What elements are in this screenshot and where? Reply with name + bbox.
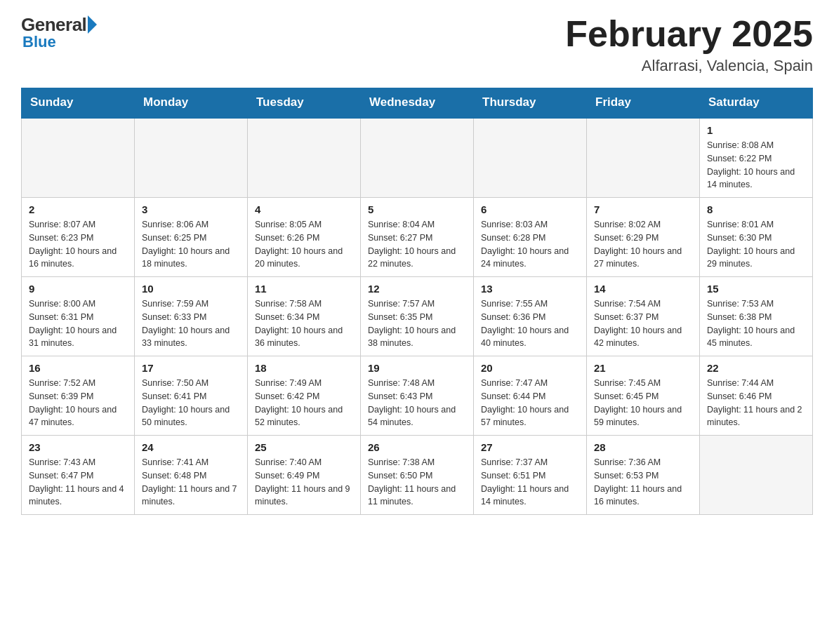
calendar-day-cell: 27Sunrise: 7:37 AMSunset: 6:51 PMDayligh… xyxy=(474,436,587,515)
calendar-day-cell: 21Sunrise: 7:45 AMSunset: 6:45 PMDayligh… xyxy=(587,356,700,436)
weekday-header-wednesday: Wednesday xyxy=(361,88,474,118)
calendar-day-cell: 7Sunrise: 8:02 AMSunset: 6:29 PMDaylight… xyxy=(587,198,700,277)
day-number: 20 xyxy=(481,362,579,374)
day-number: 9 xyxy=(29,283,127,295)
day-number: 7 xyxy=(594,203,692,215)
day-info: Sunrise: 8:08 AMSunset: 6:22 PMDaylight:… xyxy=(707,139,805,192)
day-info: Sunrise: 7:38 AMSunset: 6:50 PMDaylight:… xyxy=(368,456,466,509)
day-info: Sunrise: 7:37 AMSunset: 6:51 PMDaylight:… xyxy=(481,456,579,509)
calendar-day-cell xyxy=(248,118,361,198)
day-number: 21 xyxy=(594,362,692,374)
calendar-day-cell: 8Sunrise: 8:01 AMSunset: 6:30 PMDaylight… xyxy=(700,198,813,277)
day-info: Sunrise: 7:44 AMSunset: 6:46 PMDaylight:… xyxy=(707,377,805,429)
title-block: February 2025 Alfarrasi, Valencia, Spain xyxy=(565,14,813,75)
weekday-header-row: SundayMondayTuesdayWednesdayThursdayFrid… xyxy=(22,88,813,118)
day-number: 25 xyxy=(255,441,353,453)
logo-blue-text: Blue xyxy=(22,33,56,51)
page-header: General Blue February 2025 Alfarrasi, Va… xyxy=(21,14,813,75)
day-info: Sunrise: 7:41 AMSunset: 6:48 PMDaylight:… xyxy=(142,456,240,509)
calendar-day-cell: 17Sunrise: 7:50 AMSunset: 6:41 PMDayligh… xyxy=(135,356,248,436)
day-number: 17 xyxy=(142,362,240,374)
day-number: 5 xyxy=(368,203,466,215)
day-info: Sunrise: 8:00 AMSunset: 6:31 PMDaylight:… xyxy=(29,297,127,350)
calendar-day-cell: 3Sunrise: 8:06 AMSunset: 6:25 PMDaylight… xyxy=(135,198,248,277)
calendar-day-cell xyxy=(22,118,135,198)
day-info: Sunrise: 7:59 AMSunset: 6:33 PMDaylight:… xyxy=(142,297,240,350)
day-info: Sunrise: 8:01 AMSunset: 6:30 PMDaylight:… xyxy=(707,218,805,271)
calendar-day-cell: 13Sunrise: 7:55 AMSunset: 6:36 PMDayligh… xyxy=(474,277,587,356)
calendar-day-cell: 22Sunrise: 7:44 AMSunset: 6:46 PMDayligh… xyxy=(700,356,813,436)
calendar-day-cell: 28Sunrise: 7:36 AMSunset: 6:53 PMDayligh… xyxy=(587,436,700,515)
calendar-week-row: 23Sunrise: 7:43 AMSunset: 6:47 PMDayligh… xyxy=(22,436,813,515)
calendar-day-cell: 4Sunrise: 8:05 AMSunset: 6:26 PMDaylight… xyxy=(248,198,361,277)
day-info: Sunrise: 7:54 AMSunset: 6:37 PMDaylight:… xyxy=(594,297,692,350)
day-info: Sunrise: 7:45 AMSunset: 6:45 PMDaylight:… xyxy=(594,377,692,429)
day-number: 26 xyxy=(368,441,466,453)
calendar-day-cell: 26Sunrise: 7:38 AMSunset: 6:50 PMDayligh… xyxy=(361,436,474,515)
calendar-day-cell: 20Sunrise: 7:47 AMSunset: 6:44 PMDayligh… xyxy=(474,356,587,436)
day-info: Sunrise: 7:53 AMSunset: 6:38 PMDaylight:… xyxy=(707,297,805,350)
weekday-header-tuesday: Tuesday xyxy=(248,88,361,118)
day-info: Sunrise: 8:07 AMSunset: 6:23 PMDaylight:… xyxy=(29,218,127,271)
day-number: 8 xyxy=(707,203,805,215)
weekday-header-friday: Friday xyxy=(587,88,700,118)
logo: General Blue xyxy=(21,14,97,51)
location-title: Alfarrasi, Valencia, Spain xyxy=(565,57,813,75)
weekday-header-monday: Monday xyxy=(135,88,248,118)
calendar-day-cell: 11Sunrise: 7:58 AMSunset: 6:34 PMDayligh… xyxy=(248,277,361,356)
day-number: 28 xyxy=(594,441,692,453)
day-info: Sunrise: 7:43 AMSunset: 6:47 PMDaylight:… xyxy=(29,456,127,509)
calendar-day-cell: 10Sunrise: 7:59 AMSunset: 6:33 PMDayligh… xyxy=(135,277,248,356)
day-number: 23 xyxy=(29,441,127,453)
day-info: Sunrise: 7:47 AMSunset: 6:44 PMDaylight:… xyxy=(481,377,579,429)
calendar-day-cell: 15Sunrise: 7:53 AMSunset: 6:38 PMDayligh… xyxy=(700,277,813,356)
day-info: Sunrise: 7:48 AMSunset: 6:43 PMDaylight:… xyxy=(368,377,466,429)
calendar-day-cell: 16Sunrise: 7:52 AMSunset: 6:39 PMDayligh… xyxy=(22,356,135,436)
day-number: 14 xyxy=(594,283,692,295)
day-number: 10 xyxy=(142,283,240,295)
day-number: 18 xyxy=(255,362,353,374)
day-number: 6 xyxy=(481,203,579,215)
weekday-header-thursday: Thursday xyxy=(474,88,587,118)
calendar-day-cell: 24Sunrise: 7:41 AMSunset: 6:48 PMDayligh… xyxy=(135,436,248,515)
calendar-day-cell: 2Sunrise: 8:07 AMSunset: 6:23 PMDaylight… xyxy=(22,198,135,277)
calendar-week-row: 1Sunrise: 8:08 AMSunset: 6:22 PMDaylight… xyxy=(22,118,813,198)
calendar-day-cell xyxy=(474,118,587,198)
day-number: 15 xyxy=(707,283,805,295)
day-number: 12 xyxy=(368,283,466,295)
calendar-day-cell: 6Sunrise: 8:03 AMSunset: 6:28 PMDaylight… xyxy=(474,198,587,277)
calendar-day-cell xyxy=(700,436,813,515)
day-info: Sunrise: 7:55 AMSunset: 6:36 PMDaylight:… xyxy=(481,297,579,350)
calendar-week-row: 16Sunrise: 7:52 AMSunset: 6:39 PMDayligh… xyxy=(22,356,813,436)
calendar-day-cell: 12Sunrise: 7:57 AMSunset: 6:35 PMDayligh… xyxy=(361,277,474,356)
day-number: 24 xyxy=(142,441,240,453)
day-number: 3 xyxy=(142,203,240,215)
day-info: Sunrise: 7:58 AMSunset: 6:34 PMDaylight:… xyxy=(255,297,353,350)
calendar-day-cell: 1Sunrise: 8:08 AMSunset: 6:22 PMDaylight… xyxy=(700,118,813,198)
day-info: Sunrise: 7:40 AMSunset: 6:49 PMDaylight:… xyxy=(255,456,353,509)
calendar-week-row: 2Sunrise: 8:07 AMSunset: 6:23 PMDaylight… xyxy=(22,198,813,277)
calendar-day-cell: 14Sunrise: 7:54 AMSunset: 6:37 PMDayligh… xyxy=(587,277,700,356)
calendar-day-cell: 23Sunrise: 7:43 AMSunset: 6:47 PMDayligh… xyxy=(22,436,135,515)
day-info: Sunrise: 8:05 AMSunset: 6:26 PMDaylight:… xyxy=(255,218,353,271)
day-info: Sunrise: 7:49 AMSunset: 6:42 PMDaylight:… xyxy=(255,377,353,429)
day-info: Sunrise: 7:36 AMSunset: 6:53 PMDaylight:… xyxy=(594,456,692,509)
month-title: February 2025 xyxy=(565,14,813,54)
calendar-day-cell: 19Sunrise: 7:48 AMSunset: 6:43 PMDayligh… xyxy=(361,356,474,436)
day-number: 11 xyxy=(255,283,353,295)
weekday-header-sunday: Sunday xyxy=(22,88,135,118)
day-info: Sunrise: 8:06 AMSunset: 6:25 PMDaylight:… xyxy=(142,218,240,271)
weekday-header-saturday: Saturday xyxy=(700,88,813,118)
day-number: 2 xyxy=(29,203,127,215)
calendar-day-cell xyxy=(361,118,474,198)
day-number: 1 xyxy=(707,124,805,136)
day-number: 16 xyxy=(29,362,127,374)
day-info: Sunrise: 8:02 AMSunset: 6:29 PMDaylight:… xyxy=(594,218,692,271)
calendar-table: SundayMondayTuesdayWednesdayThursdayFrid… xyxy=(21,88,813,515)
day-info: Sunrise: 7:50 AMSunset: 6:41 PMDaylight:… xyxy=(142,377,240,429)
calendar-day-cell: 5Sunrise: 8:04 AMSunset: 6:27 PMDaylight… xyxy=(361,198,474,277)
calendar-day-cell: 9Sunrise: 8:00 AMSunset: 6:31 PMDaylight… xyxy=(22,277,135,356)
calendar-day-cell xyxy=(135,118,248,198)
day-number: 4 xyxy=(255,203,353,215)
calendar-day-cell: 25Sunrise: 7:40 AMSunset: 6:49 PMDayligh… xyxy=(248,436,361,515)
